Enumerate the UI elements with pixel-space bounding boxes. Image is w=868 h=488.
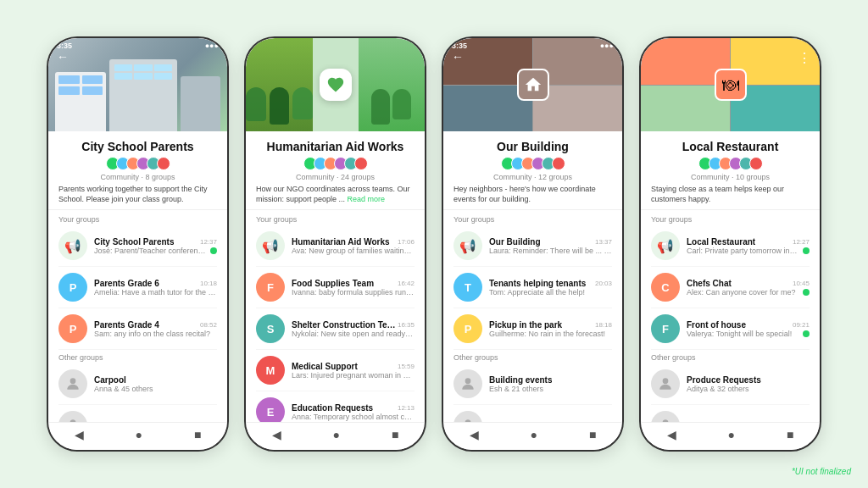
unread-dot [803, 247, 810, 254]
group-item[interactable]: Produce RequestsAditya & 32 others [641, 365, 820, 402]
group-time: 17:06 [398, 238, 415, 246]
group-preview: Amelia: Have a math tutor for the upco..… [94, 288, 217, 297]
other-groups-label: Other groups [641, 353, 820, 365]
nav-button[interactable]: ● [333, 428, 340, 441]
group-item[interactable]: 📢City School Parents12:37José: Parent/Te… [48, 227, 227, 264]
group-name: Education Requests [292, 403, 373, 413]
group-item[interactable]: Dog owners [443, 407, 622, 422]
group-time: 12:37 [200, 238, 217, 246]
community-info: City School ParentsCommunity · 8 groupsP… [48, 131, 227, 210]
group-time: 13:37 [595, 238, 612, 246]
your-groups-label: Your groups [48, 215, 227, 227]
community-title: Local Restaurant [651, 140, 810, 153]
community-info: Our BuildingCommunity · 12 groupsHey nei… [443, 131, 622, 210]
group-name: Building events [489, 375, 552, 385]
nav-button[interactable]: ◀ [75, 428, 84, 441]
back-button[interactable]: ← [452, 50, 464, 64]
nav-button[interactable]: ◀ [667, 428, 676, 441]
phone-humanitarian: Humanitarian Aid WorksCommunity · 24 gro… [244, 36, 426, 452]
group-item[interactable]: Parents Grade 5 [48, 407, 227, 422]
groups-section: Your groups📢Humanitarian Aid Works17:06A… [246, 210, 425, 422]
group-name: Medical Support [292, 362, 358, 371]
svg-point-0 [70, 379, 76, 385]
group-content: Food Supplies Team16:42Ivanna: baby form… [292, 279, 415, 297]
group-preview: Alex: Can anyone cover for me? [687, 288, 796, 297]
group-item[interactable]: PParents Grade 610:18Amelia: Have a math… [48, 269, 227, 306]
group-preview: Esh & 21 others [489, 385, 543, 393]
group-time: 08:52 [200, 321, 217, 329]
nav-bar: ◀●■ [443, 422, 622, 450]
header-image: 3:35●●●← [48, 38, 227, 131]
group-content: Chefs Chat10:45Alex: Can anyone cover fo… [687, 279, 810, 297]
group-content: Tenants helping tenants20:03Tom: Appreci… [489, 279, 612, 297]
groups-section: Your groups📢Our Building13:37Laura: Remi… [443, 210, 622, 422]
group-item[interactable]: FFront of house09:21Valerya: Tonight wil… [641, 310, 820, 347]
group-item[interactable]: 📢Humanitarian Aid Works17:06Ava: New gro… [246, 227, 425, 264]
nav-button[interactable]: ◀ [272, 428, 281, 441]
nav-bar: ◀●■ [641, 422, 820, 450]
header-image [246, 38, 425, 131]
community-meta: Community · 12 groups [453, 173, 612, 181]
group-content: Education Requests12:13Anna: Temporary s… [292, 403, 415, 421]
group-preview: Laura: Reminder: There will be ... 📌 [489, 247, 612, 255]
community-description: Hey neighbors - here's how we coordinate… [453, 185, 612, 204]
group-item[interactable]: TTenants helping tenants20:03Tom: Apprec… [443, 269, 622, 306]
nav-bar: ◀●■ [48, 422, 227, 450]
nav-button[interactable]: ■ [589, 428, 596, 441]
group-item[interactable]: Monthly Volunteering [641, 407, 820, 422]
group-time: 18:18 [595, 321, 612, 329]
nav-button[interactable]: ◀ [470, 428, 479, 441]
group-item[interactable]: CarpoolAnna & 45 others [48, 365, 227, 402]
unread-dot [803, 289, 810, 296]
other-groups-label: Other groups [443, 353, 622, 365]
group-item[interactable]: Building eventsEsh & 21 others [443, 365, 622, 402]
group-content: City School Parents12:37José: Parent/Tea… [94, 237, 217, 255]
group-item[interactable]: SShelter Construction Team16:35Nykolai: … [246, 310, 425, 347]
header-image: 3:35●●●← [443, 38, 622, 131]
back-button[interactable]: ← [57, 50, 69, 64]
community-description: Staying close as a team helps keep our c… [651, 185, 810, 204]
group-name: Shelter Construction Team [292, 320, 398, 330]
group-item[interactable]: PParents Grade 408:52Sam: any info on th… [48, 310, 227, 347]
group-item[interactable]: 📢Our Building13:37Laura: Reminder: There… [443, 227, 622, 264]
nav-button[interactable]: ■ [194, 428, 201, 441]
group-item[interactable]: FFood Supplies Team16:42Ivanna: baby for… [246, 269, 425, 306]
group-item[interactable]: MMedical Support15:59Lars: Injured pregn… [246, 352, 425, 389]
group-item[interactable]: PPickup in the park18:18Guilherme: No ra… [443, 310, 622, 347]
group-content: Monthly Volunteering [687, 421, 810, 422]
nav-button[interactable]: ● [136, 428, 142, 441]
disclaimer-text: *UI not finalized [792, 467, 851, 476]
more-button[interactable]: ⋮ [798, 50, 811, 66]
group-content: Building eventsEsh & 21 others [489, 375, 612, 393]
nav-button[interactable]: ■ [392, 428, 398, 441]
group-content: Pickup in the park18:18Guilherme: No rai… [489, 320, 612, 338]
community-title: Humanitarian Aid Works [256, 140, 415, 153]
group-name: Our Building [489, 237, 541, 247]
group-preview: Tom: Appreciate all the help! [489, 288, 585, 297]
svg-point-5 [663, 420, 669, 422]
group-time: 16:35 [398, 321, 415, 329]
group-name: Humanitarian Aid Works [292, 237, 390, 247]
nav-button[interactable]: ■ [787, 428, 793, 441]
group-time: 15:59 [398, 363, 415, 370]
nav-button[interactable]: ● [728, 428, 735, 441]
group-item[interactable]: CChefs Chat10:45Alex: Can anyone cover f… [641, 269, 820, 306]
group-item[interactable]: 📢Local Restaurant12:27Carl: Private part… [641, 227, 820, 264]
group-content: Produce RequestsAditya & 32 others [687, 375, 810, 393]
groups-section: Your groups📢Local Restaurant12:27Carl: P… [641, 210, 820, 422]
group-time: 12:13 [398, 404, 415, 412]
svg-point-4 [663, 379, 669, 385]
group-time: 09:21 [793, 321, 810, 329]
group-name: Food Supplies Team [292, 279, 374, 288]
nav-button[interactable]: ● [531, 428, 537, 441]
group-item[interactable]: EEducation Requests12:13Anna: Temporary … [246, 393, 425, 422]
group-preview: Sam: any info on the class recital? [94, 330, 210, 338]
group-name: Parents Grade 4 [94, 320, 159, 330]
group-name: Parents Grade 6 [94, 279, 159, 288]
group-preview: Ivanna: baby formula supplies running ..… [292, 288, 415, 297]
group-preview: Nykolai: New site open and ready for ... [292, 330, 415, 338]
group-preview: Valerya: Tonight will be special! [687, 330, 792, 338]
group-name: Parents Grade 5 [94, 421, 159, 422]
read-more-link[interactable]: Read more [345, 195, 385, 203]
group-name: Produce Requests [687, 375, 761, 385]
